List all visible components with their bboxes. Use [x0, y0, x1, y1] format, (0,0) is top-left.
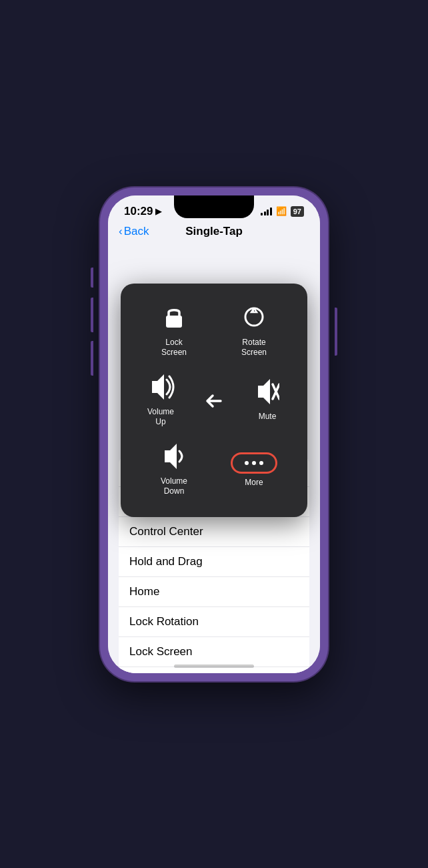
svg-marker-6 — [165, 444, 177, 469]
volume-up-icon — [147, 374, 175, 403]
more-dot-2 — [252, 461, 256, 465]
popup-lock-screen-label: LockScreen — [161, 338, 187, 358]
list-item-home[interactable]: Home — [119, 577, 309, 607]
volume-down-button[interactable] — [91, 341, 93, 376]
popup-more[interactable]: More — [214, 446, 294, 495]
volume-up-button[interactable] — [91, 298, 93, 332]
more-dot-3 — [259, 461, 263, 465]
svg-marker-3 — [258, 379, 270, 404]
mute-icon — [255, 379, 279, 408]
popup-volume-up[interactable]: VolumeUp — [134, 368, 187, 434]
silent-switch[interactable] — [91, 268, 93, 288]
battery-level: 97 — [293, 207, 301, 215]
status-time: 10:29 ▶ — [124, 205, 161, 218]
battery-icon: 97 — [291, 206, 304, 217]
svg-marker-2 — [152, 374, 164, 400]
action-popup: LockScreen RotateScreen — [121, 284, 307, 518]
rotate-icon — [242, 304, 266, 334]
back-label: Back — [124, 225, 149, 238]
popup-more-label: More — [245, 478, 263, 488]
popup-volume-down[interactable]: VolumeDown — [134, 437, 214, 504]
back-button[interactable]: ‹ Back — [119, 225, 149, 238]
popup-back-arrow[interactable] — [187, 391, 241, 411]
more-dot-1 — [245, 461, 249, 465]
chevron-left-icon: ‹ — [119, 225, 123, 238]
nav-title: Single-Tap — [185, 225, 243, 238]
popup-mute-label: Mute — [259, 412, 277, 422]
status-icons: 📶 97 — [261, 206, 304, 217]
signal-icon — [261, 207, 272, 215]
popup-mute[interactable]: Mute — [241, 372, 294, 429]
popup-rotate-screen[interactable]: RotateScreen — [214, 297, 294, 365]
lock-icon — [162, 304, 186, 334]
volume-down-icon — [162, 444, 186, 472]
popup-volume-up-label: VolumeUp — [147, 407, 174, 428]
popup-volume-down-label: VolumeDown — [161, 476, 187, 497]
list-item-lock-rotation[interactable]: Lock Rotation — [119, 607, 309, 637]
time-display: 10:29 — [124, 205, 153, 218]
popup-lock-screen[interactable]: LockScreen — [134, 297, 214, 365]
notch — [174, 195, 254, 218]
location-icon: ▶ — [155, 207, 161, 216]
phone-frame: 10:29 ▶ 📶 97 ‹ Back — [100, 187, 328, 681]
phone-screen: 10:29 ▶ 📶 97 ‹ Back — [108, 195, 320, 673]
content-area: LockScreen RotateScreen — [108, 244, 320, 673]
nav-bar: ‹ Back Single-Tap — [108, 224, 320, 244]
popup-rotate-screen-label: RotateScreen — [241, 338, 267, 358]
list-item-control-center[interactable]: Control Center — [119, 517, 309, 547]
list-item-lock-screen[interactable]: Lock Screen — [119, 637, 309, 667]
more-button[interactable] — [231, 452, 277, 474]
home-indicator — [174, 665, 254, 668]
list-item-move-menu[interactable]: Move Menu — [119, 667, 309, 673]
list-item-hold-and-drag[interactable]: Hold and Drag — [119, 547, 309, 577]
wifi-icon: 📶 — [276, 206, 287, 216]
svg-rect-0 — [166, 316, 182, 328]
power-button[interactable] — [335, 308, 337, 356]
